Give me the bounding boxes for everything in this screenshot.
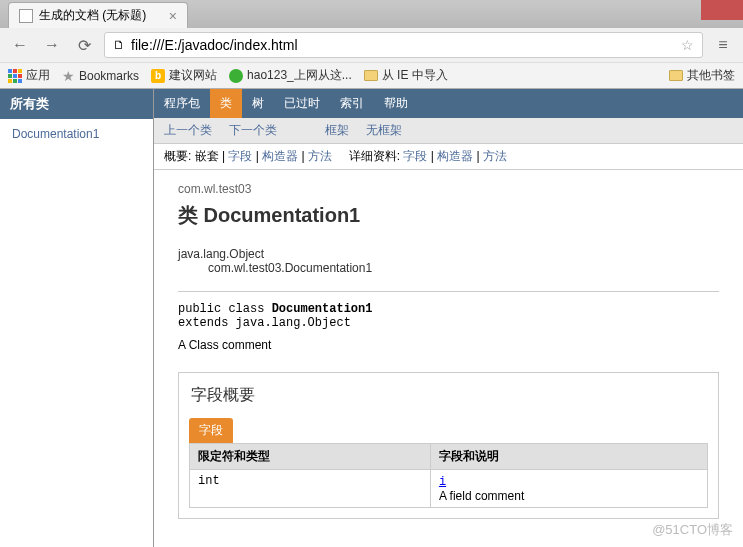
- inheritance-tree: java.lang.Object com.wl.test03.Documenta…: [178, 247, 719, 275]
- browser-chrome: 生成的文档 (无标题) × ← → ⟳ 🗋 ☆ ≡ 应用 ★ Bookmarks…: [0, 0, 743, 89]
- bing-icon: b: [151, 69, 165, 83]
- field-name-link[interactable]: i: [439, 475, 446, 489]
- summary-field-link[interactable]: 字段: [228, 149, 252, 163]
- field-desc: i A field comment: [430, 470, 707, 508]
- col-field: 字段和说明: [430, 444, 707, 470]
- class-signature: public class Documentation1 extends java…: [178, 302, 719, 330]
- page-icon: [19, 9, 33, 23]
- package-name: com.wl.test03: [178, 182, 719, 196]
- field-tab[interactable]: 字段: [189, 418, 233, 443]
- main-frame: 程序包 类 树 已过时 索引 帮助 上一个类 下一个类 框架 无框架 概要: 嵌…: [154, 89, 743, 547]
- apps-icon: [8, 69, 22, 83]
- field-section-title: 字段概要: [179, 373, 718, 418]
- summary-method-link[interactable]: 方法: [308, 149, 332, 163]
- table-row: int i A field comment: [190, 470, 708, 508]
- nav-index[interactable]: 索引: [330, 89, 374, 118]
- sidebar-list: Documentation1: [0, 119, 153, 149]
- bookmark-bar: 应用 ★ Bookmarks b 建议网站 hao123_上网从这... 从 I…: [0, 62, 743, 88]
- back-button[interactable]: ←: [8, 33, 32, 57]
- prev-class-link[interactable]: 上一个类: [164, 123, 212, 137]
- divider: [178, 291, 719, 292]
- hao123-link[interactable]: hao123_上网从这...: [229, 67, 352, 84]
- url-input[interactable]: [131, 37, 675, 53]
- class-title: 类 Documentation1: [178, 202, 719, 229]
- nav-deprecated[interactable]: 已过时: [274, 89, 330, 118]
- folder-icon: [364, 70, 378, 81]
- watermark: @51CTO博客: [652, 521, 733, 539]
- summary-label: 概要:: [164, 149, 191, 163]
- address-bar: ← → ⟳ 🗋 ☆ ≡: [0, 28, 743, 62]
- sidebar: 所有类 Documentation1: [0, 89, 154, 547]
- col-modifier: 限定符和类型: [190, 444, 431, 470]
- detail-constructor-link[interactable]: 构造器: [437, 149, 473, 163]
- inheritance-parent: java.lang.Object: [178, 247, 719, 261]
- reload-button[interactable]: ⟳: [72, 33, 96, 57]
- doc-body: com.wl.test03 类 Documentation1 java.lang…: [154, 170, 743, 531]
- top-nav: 程序包 类 树 已过时 索引 帮助: [154, 89, 743, 118]
- detail-field-link[interactable]: 字段: [403, 149, 427, 163]
- frames-link[interactable]: 框架: [325, 123, 349, 137]
- sub-nav: 上一个类 下一个类 框架 无框架: [154, 118, 743, 144]
- field-summary-section: 字段概要 字段 限定符和类型 字段和说明 int i A field comme…: [178, 372, 719, 519]
- sidebar-header: 所有类: [0, 89, 153, 119]
- other-bookmarks[interactable]: 其他书签: [669, 67, 735, 84]
- bookmark-star-icon[interactable]: ☆: [681, 37, 694, 53]
- window-close-button[interactable]: [701, 0, 743, 20]
- menu-button[interactable]: ≡: [711, 33, 735, 57]
- bookmarks-link[interactable]: ★ Bookmarks: [62, 68, 139, 84]
- next-class-link[interactable]: 下一个类: [229, 123, 277, 137]
- tab-bar: 生成的文档 (无标题) ×: [0, 0, 743, 28]
- apps-shortcut[interactable]: 应用: [8, 67, 50, 84]
- sidebar-item-documentation1[interactable]: Documentation1: [12, 127, 99, 141]
- detail-method-link[interactable]: 方法: [483, 149, 507, 163]
- file-icon: 🗋: [113, 38, 125, 52]
- browser-tab[interactable]: 生成的文档 (无标题) ×: [8, 2, 188, 28]
- field-table: 限定符和类型 字段和说明 int i A field comment: [189, 443, 708, 508]
- page-content: 所有类 Documentation1 程序包 类 树 已过时 索引 帮助 上一个…: [0, 89, 743, 547]
- suggest-link[interactable]: b 建议网站: [151, 67, 217, 84]
- detail-nav: 概要: 嵌套 | 字段 | 构造器 | 方法 详细资料: 字段 | 构造器 | …: [154, 144, 743, 170]
- class-comment: A Class comment: [178, 338, 719, 352]
- noframes-link[interactable]: 无框架: [366, 123, 402, 137]
- field-type: int: [190, 470, 431, 508]
- nav-class[interactable]: 类: [210, 89, 242, 118]
- nav-package[interactable]: 程序包: [154, 89, 210, 118]
- ie-import-folder[interactable]: 从 IE 中导入: [364, 67, 448, 84]
- folder-icon: [669, 70, 683, 81]
- inheritance-child: com.wl.test03.Documentation1: [208, 261, 719, 275]
- url-box[interactable]: 🗋 ☆: [104, 32, 703, 58]
- nav-tree[interactable]: 树: [242, 89, 274, 118]
- tab-title: 生成的文档 (无标题): [39, 7, 146, 24]
- tab-close-icon[interactable]: ×: [169, 8, 177, 24]
- summary-constructor-link[interactable]: 构造器: [262, 149, 298, 163]
- star-icon: ★: [62, 68, 75, 84]
- hao123-icon: [229, 69, 243, 83]
- nav-help[interactable]: 帮助: [374, 89, 418, 118]
- forward-button[interactable]: →: [40, 33, 64, 57]
- detail-label: 详细资料:: [349, 149, 400, 163]
